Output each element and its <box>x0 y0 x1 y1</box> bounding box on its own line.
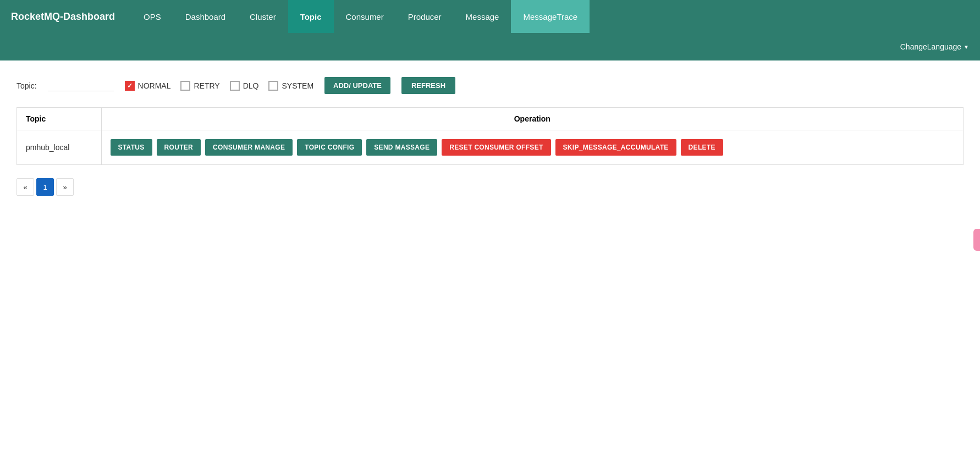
op-btn-router[interactable]: ROUTER <box>157 139 201 156</box>
table-header-row: Topic Operation <box>17 108 964 130</box>
nav-items: OPS Dashboard Cluster Topic Consumer Pro… <box>131 0 969 33</box>
op-btn-topic-config[interactable]: TOPIC CONFIG <box>297 139 362 156</box>
subheader: ChangeLanguage <box>0 33 980 60</box>
add-update-button[interactable]: ADD/ UPDATE <box>324 77 390 94</box>
pagination-page-1[interactable]: 1 <box>36 178 54 196</box>
op-btn-status[interactable]: STATUS <box>111 139 152 156</box>
filter-bar: Topic: NORMAL RETRY DLQ SYSTEM <box>16 77 964 94</box>
operation-buttons: STATUSROUTERCONSUMER MANAGETOPIC CONFIGS… <box>111 139 954 156</box>
checkbox-normal-box[interactable] <box>125 81 135 91</box>
pagination: « 1 » <box>16 178 964 196</box>
checkbox-normal[interactable]: NORMAL <box>125 81 171 91</box>
data-table: Topic Operation pmhub_localSTATUSROUTERC… <box>16 107 964 165</box>
topic-input[interactable] <box>48 80 114 91</box>
checkbox-retry-box[interactable] <box>180 81 190 91</box>
nav-item-consumer[interactable]: Consumer <box>334 0 396 33</box>
brand: RocketMQ-Dashboard <box>11 11 115 23</box>
checkbox-dlq-box[interactable] <box>230 81 240 91</box>
checkbox-system-label: SYSTEM <box>282 81 313 90</box>
op-btn-reset-consumer-offset[interactable]: RESET CONSUMER OFFSET <box>442 139 550 156</box>
checkbox-dlq[interactable]: DLQ <box>230 81 259 91</box>
nav-item-cluster[interactable]: Cluster <box>238 0 288 33</box>
operation-cell: STATUSROUTERCONSUMER MANAGETOPIC CONFIGS… <box>101 130 963 165</box>
checkbox-retry-label: RETRY <box>194 81 219 90</box>
checkbox-system[interactable]: SYSTEM <box>268 81 313 91</box>
nav-item-messagetrace[interactable]: MessageTrace <box>511 0 590 33</box>
op-btn-consumer-manage[interactable]: CONSUMER MANAGE <box>205 139 293 156</box>
change-language-button[interactable]: ChangeLanguage <box>900 42 969 51</box>
table-row: pmhub_localSTATUSROUTERCONSUMER MANAGETO… <box>17 130 964 165</box>
op-btn-delete[interactable]: DELETE <box>681 139 723 156</box>
nav-item-topic[interactable]: Topic <box>288 0 334 33</box>
checkbox-retry[interactable]: RETRY <box>180 81 219 91</box>
scroll-hint <box>973 229 980 251</box>
checkbox-group: NORMAL RETRY DLQ SYSTEM <box>125 81 313 91</box>
checkbox-system-box[interactable] <box>268 81 278 91</box>
checkbox-normal-label: NORMAL <box>138 81 171 90</box>
refresh-button[interactable]: REFRESH <box>401 77 455 94</box>
op-btn-skip_message_accumulate[interactable]: SKIP_MESSAGE_ACCUMULATE <box>555 139 676 156</box>
pagination-prev[interactable]: « <box>16 178 34 196</box>
topic-cell: pmhub_local <box>17 130 102 165</box>
navbar: RocketMQ-Dashboard OPS Dashboard Cluster… <box>0 0 980 33</box>
nav-item-ops[interactable]: OPS <box>131 0 173 33</box>
pagination-next[interactable]: » <box>56 178 74 196</box>
main-content: Topic: NORMAL RETRY DLQ SYSTEM <box>0 60 980 457</box>
checkbox-dlq-label: DLQ <box>243 81 259 90</box>
col-operation: Operation <box>101 108 963 130</box>
nav-item-message[interactable]: Message <box>454 0 511 33</box>
nav-item-dashboard[interactable]: Dashboard <box>173 0 238 33</box>
topic-label: Topic: <box>16 81 37 90</box>
col-topic: Topic <box>17 108 102 130</box>
op-btn-send-massage[interactable]: SEND MASSAGE <box>366 139 437 156</box>
nav-item-producer[interactable]: Producer <box>396 0 454 33</box>
